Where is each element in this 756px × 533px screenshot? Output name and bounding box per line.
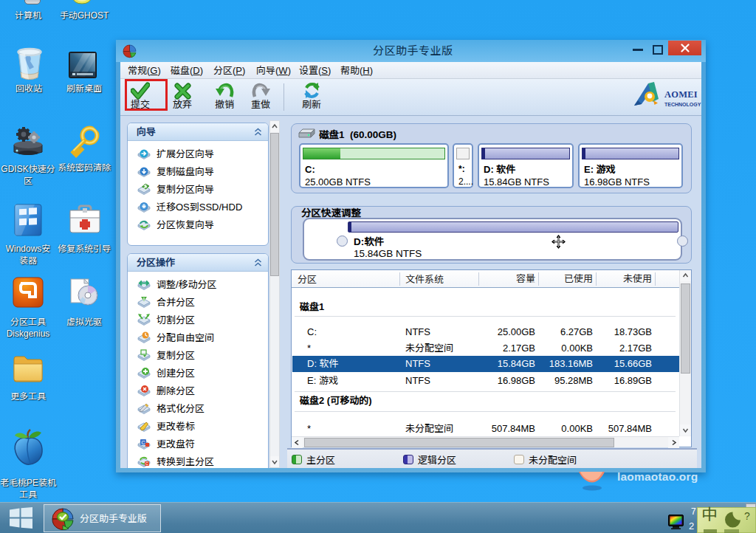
svg-text:C: C bbox=[141, 440, 145, 445]
svg-text:C: C bbox=[145, 461, 148, 466]
